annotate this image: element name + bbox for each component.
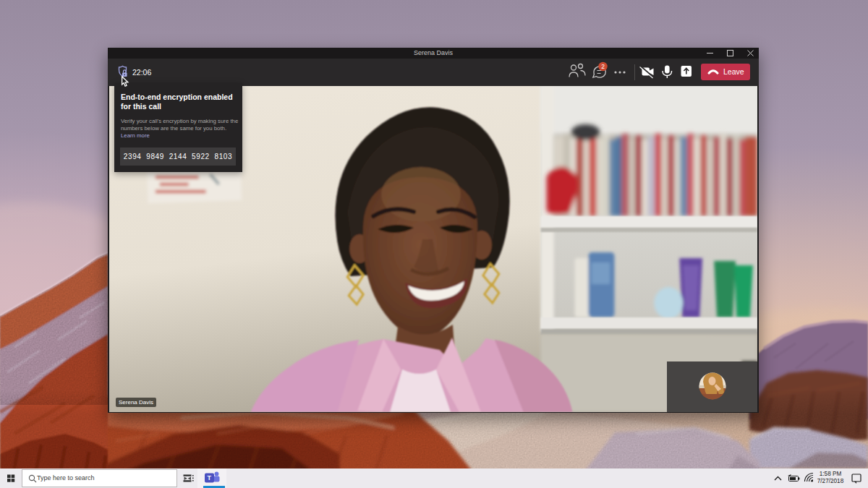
svg-text:2: 2	[601, 63, 605, 70]
svg-text:T: T	[207, 474, 211, 481]
